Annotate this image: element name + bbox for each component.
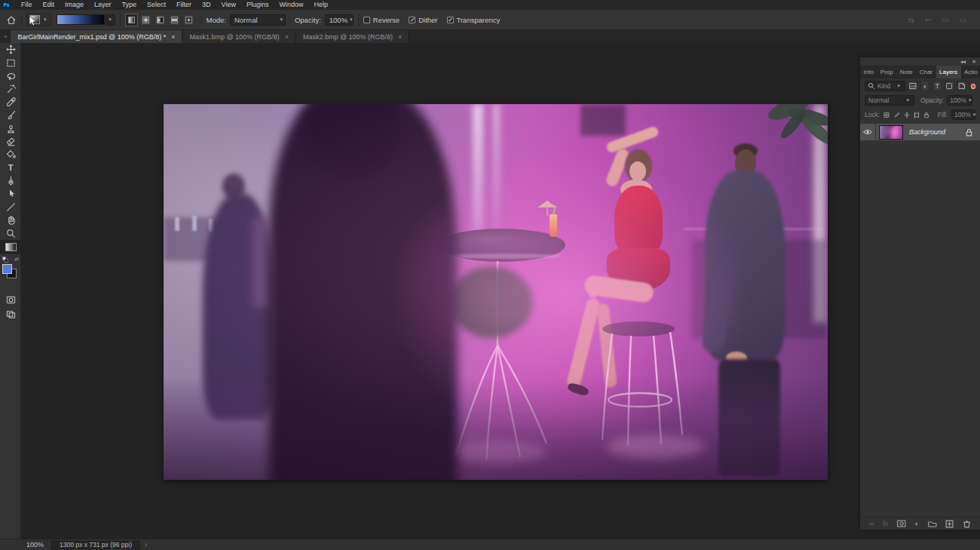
paint-bucket-tool[interactable] <box>0 148 21 161</box>
tab-character[interactable]: Char <box>916 66 936 78</box>
menu-3d[interactable]: 3D <box>197 0 216 10</box>
tab-layers[interactable]: Layers <box>936 66 961 78</box>
close-icon[interactable]: × <box>398 33 402 41</box>
screen-mode-button[interactable] <box>0 308 21 321</box>
brush-tool[interactable] <box>0 109 21 121</box>
layer-opacity-select[interactable]: 100% ▾ <box>947 95 972 106</box>
status-expander-icon[interactable]: › <box>145 541 147 548</box>
linear-gradient-button[interactable] <box>125 14 138 26</box>
menu-type[interactable]: Type <box>117 0 142 10</box>
mode-label: Mode: <box>207 16 226 24</box>
close-icon[interactable]: × <box>171 33 175 41</box>
document-tab-mask1[interactable]: Mask1.bmp @ 100% (RGB/8) × <box>182 30 296 43</box>
close-panel-icon[interactable]: ✕ <box>972 59 976 65</box>
share-icon[interactable]: ⇆ <box>908 16 914 24</box>
filter-adjustment-layers-icon[interactable]: ◐ <box>920 81 929 91</box>
magic-wand-tool[interactable] <box>0 82 21 95</box>
transparency-checkbox[interactable]: Transparency <box>447 16 501 24</box>
adjustment-layer-icon[interactable]: ◐ <box>915 520 919 527</box>
clone-stamp-tool[interactable] <box>0 121 21 134</box>
layer-blend-mode-select[interactable]: Normal ▾ <box>865 95 914 106</box>
arrow-icon[interactable]: ↩ <box>925 16 931 24</box>
collapse-panel-icon[interactable]: ◂◂ <box>960 59 966 65</box>
filter-pixel-layers-icon[interactable] <box>908 81 917 91</box>
opacity-select[interactable]: 100% ▾ <box>325 14 354 26</box>
document-canvas[interactable] <box>164 104 828 480</box>
lock-position-icon[interactable] <box>904 111 910 119</box>
lasso-tool[interactable] <box>0 69 21 82</box>
tab-notes[interactable]: Note <box>896 66 916 78</box>
quick-mask-button[interactable] <box>0 293 21 306</box>
angle-gradient-button[interactable] <box>154 14 167 26</box>
foreground-color-swatch[interactable] <box>2 264 12 274</box>
rectangular-marquee-tool[interactable] <box>0 56 21 69</box>
opacity-label: Opacity: <box>920 97 944 104</box>
line-tool[interactable] <box>0 201 21 214</box>
pen-tool[interactable] <box>0 174 21 187</box>
document-tab-mask2[interactable]: Mask2.bmp @ 100% (RGB/8) × <box>296 30 409 43</box>
lock-all-icon[interactable] <box>923 111 929 119</box>
eraser-tool[interactable] <box>0 135 21 148</box>
layer-filter-select[interactable]: Kind ▾ <box>865 81 905 91</box>
workspace-icon[interactable]: ▭ <box>960 16 966 24</box>
menu-layer[interactable]: Layer <box>89 0 117 10</box>
close-icon[interactable]: × <box>285 33 289 41</box>
layers-panel-body: Kind ▾ ◐ T Normal ▾ Opacity: 100% ▾ Lock… <box>860 78 980 530</box>
menu-view[interactable]: View <box>216 0 241 10</box>
add-layer-mask-icon[interactable] <box>897 519 906 528</box>
layer-thumbnail[interactable] <box>879 125 903 140</box>
menu-file[interactable]: File <box>16 0 38 10</box>
chevron-down-icon: ▾ <box>904 97 911 103</box>
layer-filtering-toggle[interactable] <box>971 84 975 89</box>
eyedropper-tool[interactable] <box>0 96 21 109</box>
lock-transparency-icon[interactable] <box>884 111 890 119</box>
checkbox-checked-icon <box>409 17 415 23</box>
menu-window[interactable]: Window <box>274 0 309 10</box>
reflected-gradient-button[interactable] <box>168 14 181 26</box>
diamond-gradient-button[interactable] <box>182 14 195 26</box>
new-group-icon[interactable] <box>928 519 937 528</box>
swap-colors-icon[interactable]: ⇄ <box>14 257 19 263</box>
home-icon[interactable] <box>6 15 17 25</box>
dither-checkbox[interactable]: Dither <box>409 16 437 24</box>
gradient-tool-selected[interactable] <box>0 240 21 254</box>
arrange-icon[interactable]: ▭ <box>942 16 948 24</box>
lock-pixels-icon[interactable] <box>893 111 899 119</box>
gradient-picker-button[interactable]: ▾ <box>106 14 115 26</box>
layer-row-background[interactable]: Background <box>860 124 980 140</box>
menu-help[interactable]: Help <box>309 0 334 10</box>
tab-overflow-icon[interactable]: » <box>0 30 11 43</box>
filter-smart-objects-icon[interactable] <box>957 81 966 91</box>
tab-info[interactable]: Info <box>860 66 877 78</box>
path-select-tool[interactable] <box>0 187 21 200</box>
zoom-tool[interactable] <box>0 226 21 239</box>
filter-type-layers-icon[interactable]: T <box>933 81 942 91</box>
lock-artboard-icon[interactable] <box>914 111 920 119</box>
menu-select[interactable]: Select <box>142 0 171 10</box>
menu-plugins[interactable]: Plugins <box>241 0 274 10</box>
document-info-field[interactable]: 1300 px x 731 px (96 ppi) <box>51 541 140 549</box>
radial-gradient-button[interactable] <box>139 14 152 26</box>
tab-properties[interactable]: Prop <box>877 66 896 78</box>
layer-effects-icon[interactable]: fx <box>883 520 888 527</box>
hand-tool[interactable] <box>0 214 21 226</box>
document-tab-bargirl[interactable]: BarGirlMainRender_mix1.psd @ 100% (RGB/8… <box>11 30 182 43</box>
menu-edit[interactable]: Edit <box>38 0 60 10</box>
new-layer-icon[interactable] <box>945 520 954 528</box>
type-tool[interactable]: T <box>0 161 21 174</box>
move-tool[interactable] <box>0 43 21 56</box>
menu-filter[interactable]: Filter <box>171 0 197 10</box>
layer-visibility-toggle[interactable] <box>860 124 876 140</box>
layer-fill-select[interactable]: 100% ▾ <box>951 109 975 120</box>
default-colors-icon[interactable] <box>5 259 8 263</box>
chevron-down-icon: ▾ <box>277 17 285 23</box>
blend-mode-select[interactable]: Normal ▾ <box>230 14 286 26</box>
gradient-preview[interactable] <box>57 14 105 25</box>
link-layers-icon[interactable]: ∞ <box>869 520 874 527</box>
delete-layer-icon[interactable] <box>963 520 971 528</box>
filter-shape-layers-icon[interactable] <box>945 81 954 91</box>
tab-actions[interactable]: Actio <box>961 66 980 78</box>
zoom-level[interactable]: 100% <box>26 541 44 548</box>
menu-image[interactable]: Image <box>60 0 89 10</box>
reverse-checkbox[interactable]: Reverse <box>363 16 400 24</box>
